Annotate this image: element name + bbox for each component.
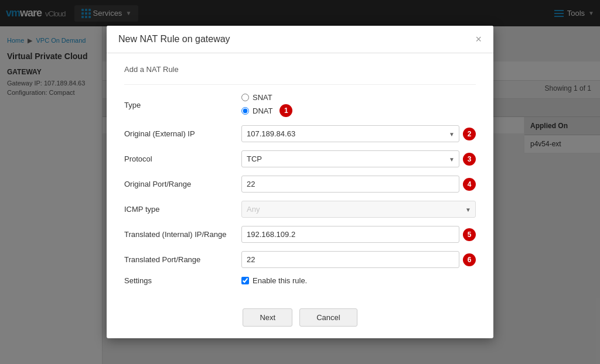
protocol-control: TCP UDP ICMP Any ▼ 3: [241, 150, 476, 167]
type-control: SNAT DNAT 1: [241, 93, 476, 117]
modal-subtitle: Add a NAT Rule: [124, 65, 476, 74]
snat-label: SNAT: [253, 93, 272, 102]
protocol-select-wrapper: TCP UDP ICMP Any ▼: [241, 150, 459, 167]
step-badge-5: 5: [463, 228, 476, 241]
original-port-input[interactable]: [241, 176, 459, 193]
icmp-select-wrapper: Any ▼: [241, 201, 476, 218]
protocol-label: Protocol: [124, 154, 241, 163]
original-ip-input-group: 107.189.84.63 ▼ 2: [241, 125, 476, 142]
translated-port-label: Translated Port/Range: [124, 255, 241, 264]
icmp-type-row: ICMP type Any ▼: [124, 201, 476, 218]
dnat-radio[interactable]: [241, 107, 249, 115]
translated-ip-label: Translated (Internal) IP/Range: [124, 230, 241, 239]
dnat-label: DNAT: [253, 107, 272, 115]
step-badge-6: 6: [463, 253, 476, 266]
original-port-row: Original Port/Range 4: [124, 176, 476, 193]
snat-radio[interactable]: [241, 94, 249, 101]
divider: [124, 84, 476, 85]
type-radio-group: SNAT DNAT 1: [241, 93, 476, 117]
enable-rule-checkbox[interactable]: [241, 277, 249, 284]
enable-rule-checkbox-item: Enable this rule.: [241, 276, 476, 285]
type-row: Type SNAT DNAT 1: [124, 93, 476, 117]
dnat-radio-item: DNAT 1: [241, 104, 476, 117]
step-badge-3: 3: [463, 153, 476, 166]
nat-rule-modal: New NAT Rule on gateway × Add a NAT Rule…: [107, 26, 493, 338]
original-ip-control: 107.189.84.63 ▼ 2: [241, 125, 476, 142]
next-button[interactable]: Next: [243, 308, 292, 327]
settings-label: Settings: [124, 276, 241, 285]
settings-row: Settings Enable this rule.: [124, 276, 476, 285]
translated-port-input[interactable]: [241, 251, 459, 268]
modal-body: Add a NAT Rule Type SNAT DNAT 1: [107, 53, 493, 299]
modal-footer: Next Cancel: [107, 299, 493, 338]
step-badge-4: 4: [463, 178, 476, 191]
translated-ip-control: 5: [241, 226, 476, 243]
translated-ip-input[interactable]: [241, 226, 459, 243]
translated-ip-row: Translated (Internal) IP/Range 5: [124, 226, 476, 243]
step-badge-1: 1: [279, 104, 292, 117]
icmp-type-control: Any ▼: [241, 201, 476, 218]
protocol-input-group: TCP UDP ICMP Any ▼ 3: [241, 150, 476, 167]
original-ip-label: Original (External) IP: [124, 129, 241, 138]
icmp-type-label: ICMP type: [124, 205, 241, 214]
cancel-button[interactable]: Cancel: [299, 308, 357, 327]
original-port-control: 4: [241, 176, 476, 193]
original-ip-select-wrapper: 107.189.84.63 ▼: [241, 125, 459, 142]
step-badge-2: 2: [463, 128, 476, 140]
translated-port-row: Translated Port/Range 6: [124, 251, 476, 268]
translated-port-control: 6: [241, 251, 476, 268]
modal-header: New NAT Rule on gateway ×: [107, 26, 493, 53]
translated-port-input-group: 6: [241, 251, 476, 268]
protocol-row: Protocol TCP UDP ICMP Any ▼ 3: [124, 150, 476, 167]
original-ip-row: Original (External) IP 107.189.84.63 ▼ 2: [124, 125, 476, 142]
type-label: Type: [124, 101, 241, 109]
snat-radio-item: SNAT: [241, 93, 476, 102]
protocol-select[interactable]: TCP UDP ICMP Any: [241, 150, 459, 167]
translated-ip-input-group: 5: [241, 226, 476, 243]
original-port-label: Original Port/Range: [124, 180, 241, 188]
modal-overlay: New NAT Rule on gateway × Add a NAT Rule…: [0, 0, 600, 364]
modal-title: New NAT Rule on gateway: [118, 34, 230, 44]
original-ip-select[interactable]: 107.189.84.63: [241, 125, 459, 142]
enable-rule-label: Enable this rule.: [253, 276, 307, 285]
original-port-input-group: 4: [241, 176, 476, 193]
settings-control: Enable this rule.: [241, 276, 476, 285]
close-button[interactable]: ×: [475, 34, 482, 44]
icmp-type-select[interactable]: Any: [241, 201, 476, 218]
